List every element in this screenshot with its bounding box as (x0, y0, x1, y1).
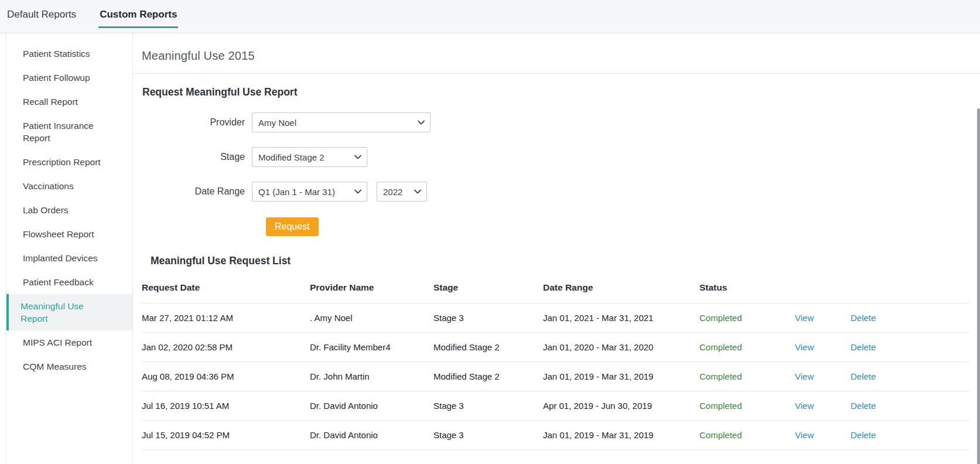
col-date-range: Date Range (543, 267, 699, 303)
date-range-cell: Jan 01, 2019 - Mar 31, 2019 (543, 421, 699, 450)
table-row: Jul 15, 2019 04:52 PM Dr. David Antonio … (142, 421, 969, 450)
delete-link[interactable]: Delete (851, 401, 876, 411)
table-row: Aug 08, 2019 04:36 PM Dr. John Martin Mo… (142, 362, 969, 391)
top-tab-bar: Default Reports Custom Reports (0, 0, 980, 33)
delete-link[interactable]: Delete (851, 313, 876, 323)
report-sidebar: Patient StatisticsPatient FollowupRecall… (6, 33, 133, 464)
sidebar-item-flowsheet-report[interactable]: Flowsheet Report (6, 222, 132, 246)
stage-row: Stage Modified Stage 2 (142, 147, 969, 167)
stage-select[interactable]: Modified Stage 2 (252, 147, 367, 167)
request-button[interactable]: Request (266, 217, 319, 236)
view-link[interactable]: View (795, 313, 814, 323)
page-body: Patient StatisticsPatient FollowupRecall… (0, 33, 980, 464)
provider-row: Provider Amy Noel (142, 112, 969, 132)
request-form-heading: Request Meaningful Use Report (142, 86, 969, 98)
provider-name-cell: Dr. David Antonio (310, 391, 433, 421)
date-range-cell: Jan 01, 2021 - Mar 31, 2021 (543, 303, 699, 333)
sidebar-item-recall-report[interactable]: Recall Report (6, 90, 132, 114)
provider-name-cell: Dr. David Antonio (310, 421, 433, 450)
view-link[interactable]: View (795, 342, 814, 352)
date-range-cell: Jan 01, 2019 - Mar 31, 2019 (543, 362, 699, 391)
sidebar-item-mips-aci-report[interactable]: MIPS ACI Report (6, 330, 132, 354)
status-badge: Completed (699, 333, 795, 362)
provider-label: Provider (142, 117, 252, 128)
sidebar-item-prescription-report[interactable]: Prescription Report (6, 150, 132, 174)
delete-link[interactable]: Delete (851, 430, 876, 440)
sidebar-item-cqm-measures[interactable]: CQM Measures (6, 354, 132, 378)
status-badge: Completed (699, 362, 795, 391)
request-date-cell: Jan 02, 2020 02:58 PM (142, 333, 310, 362)
main-content: Meaningful Use 2015 Request Meaningful U… (133, 33, 980, 464)
view-link[interactable]: View (795, 371, 814, 381)
date-range-row: Date Range Q1 (Jan 1 - Mar 31) 2022 (142, 182, 969, 202)
request-list-heading: Meaningful Use Request List (151, 255, 969, 267)
year-select[interactable]: 2022 (377, 182, 427, 202)
status-badge: Completed (699, 303, 795, 333)
delete-link[interactable]: Delete (851, 342, 876, 352)
provider-name-cell: Dr. Facility Member4 (310, 333, 433, 362)
stage-label: Stage (142, 152, 252, 162)
request-table: Request Date Provider Name Stage Date Ra… (142, 267, 969, 450)
status-badge: Completed (699, 391, 795, 421)
sidebar-item-lab-orders[interactable]: Lab Orders (6, 198, 132, 222)
table-header-row: Request Date Provider Name Stage Date Ra… (142, 267, 969, 303)
request-date-cell: Mar 27, 2021 01:12 AM (142, 303, 310, 333)
stage-cell: Stage 3 (433, 391, 543, 421)
date-range-cell: Apr 01, 2019 - Jun 30, 2019 (543, 391, 699, 421)
request-date-cell: Jul 16, 2019 10:51 AM (142, 391, 310, 421)
col-request-date: Request Date (142, 267, 310, 303)
provider-select[interactable]: Amy Noel (252, 112, 431, 132)
provider-name-cell: . Amy Noel (310, 303, 433, 333)
table-row: Jul 16, 2019 10:51 AM Dr. David Antonio … (142, 391, 969, 421)
request-date-cell: Aug 08, 2019 04:36 PM (142, 362, 310, 391)
provider-name-cell: Dr. John Martin (310, 362, 433, 391)
table-row: Jan 02, 2020 02:58 PM Dr. Facility Membe… (142, 333, 969, 362)
stage-cell: Modified Stage 2 (433, 333, 543, 362)
stage-cell: Modified Stage 2 (433, 362, 543, 391)
delete-link[interactable]: Delete (851, 371, 876, 381)
sidebar-item-patient-feedback[interactable]: Patient Feedback (6, 270, 132, 294)
col-status: Status (699, 267, 795, 303)
tab-custom-reports[interactable]: Custom Reports (98, 0, 178, 28)
date-range-cell: Jan 01, 2020 - Mar 31, 2020 (543, 333, 699, 362)
col-stage: Stage (433, 267, 543, 303)
sidebar-item-patient-followup[interactable]: Patient Followup (6, 66, 132, 90)
title-bar: Meaningful Use 2015 (133, 33, 980, 74)
view-link[interactable]: View (795, 401, 814, 411)
request-table-body: Mar 27, 2021 01:12 AM . Amy Noel Stage 3… (142, 303, 969, 450)
view-link[interactable]: View (795, 430, 814, 440)
status-badge: Completed (699, 421, 795, 450)
date-range-label: Date Range (142, 186, 252, 197)
col-delete (851, 267, 969, 303)
sidebar-item-patient-insurance-report[interactable]: Patient Insurance Report (6, 114, 132, 150)
sidebar-item-patient-statistics[interactable]: Patient Statistics (6, 42, 132, 66)
tab-default-reports[interactable]: Default Reports (6, 0, 77, 28)
request-date-cell: Jul 15, 2019 04:52 PM (142, 421, 310, 450)
table-row: Mar 27, 2021 01:12 AM . Amy Noel Stage 3… (142, 303, 969, 333)
vertical-scrollbar[interactable] (977, 108, 980, 464)
stage-cell: Stage 3 (433, 421, 543, 450)
sidebar-item-vaccinations[interactable]: Vaccinations (6, 174, 132, 198)
page-title: Meaningful Use 2015 (142, 49, 980, 63)
col-provider-name: Provider Name (310, 267, 433, 303)
quarter-select[interactable]: Q1 (Jan 1 - Mar 31) (252, 182, 367, 202)
col-view (795, 267, 851, 303)
stage-cell: Stage 3 (433, 303, 543, 333)
sidebar-item-meaningful-use-report[interactable]: Meaningful Use Report (6, 294, 132, 330)
sidebar-item-implanted-devices[interactable]: Implanted Devices (6, 246, 132, 270)
